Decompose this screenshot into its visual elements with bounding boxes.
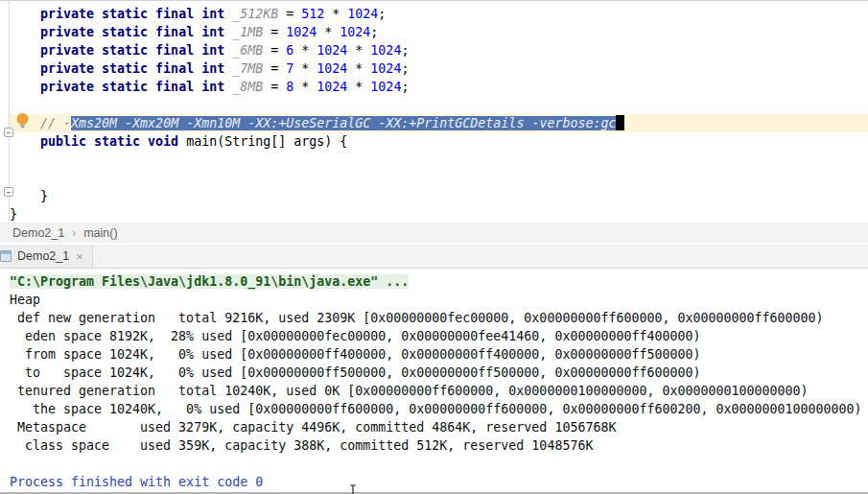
console-line bbox=[0, 455, 868, 473]
code-segment: 1024 bbox=[340, 25, 370, 39]
mouse-ibeam-cursor bbox=[348, 482, 358, 494]
code-segment: ; bbox=[401, 80, 409, 94]
code-segment: private static final int bbox=[40, 25, 224, 39]
code-line[interactable]: private static final int _8MB = 8 * 1024… bbox=[0, 78, 868, 96]
code-line[interactable]: private static final int _7MB = 7 * 1024… bbox=[0, 59, 868, 78]
editor-code: private static final int _512KB = 512 * … bbox=[0, 5, 868, 223]
code-segment: _1MB bbox=[232, 25, 263, 39]
console-icon bbox=[0, 250, 12, 262]
code-segment: = bbox=[278, 7, 301, 21]
fold-marker-icon[interactable] bbox=[4, 187, 13, 197]
console-line: class space used 359K, capacity 388K, co… bbox=[0, 436, 868, 455]
code-segment: 1024 bbox=[370, 43, 401, 58]
chevron-right-icon: › bbox=[72, 226, 76, 240]
code-segment: _7MB bbox=[232, 61, 263, 76]
code-segment bbox=[10, 134, 40, 149]
code-segment: 1024 bbox=[347, 7, 378, 21]
code-segment: * bbox=[293, 61, 317, 76]
code-segment: Xms20M -Xmx20M -Xmn10M -XX:+UseSerialGC … bbox=[71, 116, 616, 130]
code-line[interactable] bbox=[0, 96, 868, 114]
code-line[interactable]: public static void main(String[] args) { bbox=[0, 132, 868, 151]
code-segment: public static void bbox=[40, 134, 178, 149]
code-segment: * bbox=[347, 43, 370, 58]
fold-marker-icon[interactable] bbox=[4, 128, 13, 137]
text-caret bbox=[616, 115, 624, 130]
code-line[interactable]: // -Xms20M -Xmx20M -Xmn10M -XX:+UseSeria… bbox=[0, 114, 868, 132]
code-line[interactable]: private static final int _512KB = 512 * … bbox=[0, 5, 868, 23]
console-tab-bar: Demo2_1 × bbox=[0, 245, 868, 269]
code-segment bbox=[10, 43, 40, 58]
code-segment: ; bbox=[401, 61, 409, 76]
code-segment: 1024 bbox=[370, 80, 401, 94]
code-line[interactable]: private static final int _1MB = 1024 * 1… bbox=[0, 23, 868, 41]
code-line[interactable]: } bbox=[0, 187, 868, 205]
code-segment: = bbox=[263, 43, 286, 58]
code-editor[interactable]: private static final int _512KB = 512 * … bbox=[0, 0, 868, 223]
code-segment: main(String[] args) { bbox=[178, 134, 347, 149]
code-segment bbox=[224, 7, 232, 21]
console-panel[interactable]: "C:\Program Files\Java\jdk1.8.0_91\bin\j… bbox=[0, 269, 868, 493]
code-segment: 1024 bbox=[370, 61, 401, 76]
code-segment: 1024 bbox=[286, 25, 317, 39]
code-segment: = bbox=[263, 25, 286, 39]
code-segment bbox=[10, 25, 40, 39]
code-line[interactable]: } bbox=[0, 205, 868, 223]
code-segment: private static final int bbox=[40, 43, 224, 58]
code-segment: private static final int bbox=[40, 80, 224, 94]
code-segment bbox=[10, 7, 40, 21]
code-segment: _512KB bbox=[232, 7, 278, 21]
code-segment: ; bbox=[378, 7, 386, 21]
breadcrumb-item-method[interactable]: main() bbox=[83, 226, 117, 240]
code-line[interactable]: private static final int _6MB = 6 * 1024… bbox=[0, 41, 868, 59]
code-segment bbox=[224, 80, 232, 94]
close-icon[interactable]: × bbox=[76, 250, 83, 263]
console-line: Process finished with exit code 0 bbox=[0, 473, 868, 491]
intention-bulb-icon[interactable] bbox=[15, 113, 30, 132]
code-segment: _8MB bbox=[232, 80, 263, 94]
code-segment: * bbox=[317, 25, 340, 39]
console-tab-label: Demo2_1 bbox=[17, 249, 69, 263]
code-segment bbox=[10, 61, 40, 76]
code-segment: 512 bbox=[301, 7, 324, 21]
console-line: the space 10240K, 0% used [0x00000000ff6… bbox=[0, 400, 868, 418]
code-segment: private static final int bbox=[40, 7, 224, 21]
console-line: Metaspace used 3279K, capacity 4496K, co… bbox=[0, 418, 868, 436]
code-segment: // - bbox=[40, 116, 71, 130]
code-segment: = bbox=[263, 61, 286, 76]
console-line: tenured generation total 10240K, used 0K… bbox=[0, 382, 868, 400]
console-tab[interactable]: Demo2_1 × bbox=[0, 245, 93, 268]
console-command-text: "C:\Program Files\Java\jdk1.8.0_91\bin\j… bbox=[10, 274, 409, 289]
code-line[interactable] bbox=[0, 151, 868, 169]
code-segment bbox=[224, 43, 232, 58]
code-segment bbox=[224, 61, 232, 76]
code-segment: 1024 bbox=[317, 80, 347, 94]
code-segment: = bbox=[263, 80, 286, 94]
code-segment: ; bbox=[401, 43, 409, 58]
breadcrumb: Demo2_1 › main() bbox=[0, 223, 868, 243]
code-segment: * bbox=[347, 61, 370, 76]
code-segment: * bbox=[324, 7, 347, 21]
code-segment: private static final int bbox=[40, 61, 224, 76]
breadcrumb-item-class[interactable]: Demo2_1 bbox=[12, 226, 64, 240]
console-output: "C:\Program Files\Java\jdk1.8.0_91\bin\j… bbox=[0, 272, 868, 491]
code-segment: } bbox=[10, 189, 48, 203]
code-segment: * bbox=[347, 80, 370, 94]
console-line: Heap bbox=[0, 291, 868, 309]
code-segment: _6MB bbox=[232, 43, 263, 58]
code-segment: 1024 bbox=[317, 43, 347, 58]
code-segment: * bbox=[293, 80, 317, 94]
code-segment bbox=[224, 25, 232, 39]
console-line: eden space 8192K, 28% used [0x00000000fe… bbox=[0, 327, 868, 345]
code-segment: ; bbox=[370, 25, 378, 39]
code-line[interactable] bbox=[0, 169, 868, 187]
code-segment: 1024 bbox=[317, 61, 347, 76]
code-segment bbox=[10, 80, 40, 94]
console-line: to space 1024K, 0% used [0x00000000ff500… bbox=[0, 364, 868, 382]
console-line: "C:\Program Files\Java\jdk1.8.0_91\bin\j… bbox=[0, 272, 868, 291]
code-segment: * bbox=[293, 43, 317, 58]
console-line: def new generation total 9216K, used 230… bbox=[0, 309, 868, 327]
console-line: from space 1024K, 0% used [0x00000000ff4… bbox=[0, 345, 868, 364]
code-segment: } bbox=[10, 207, 17, 222]
